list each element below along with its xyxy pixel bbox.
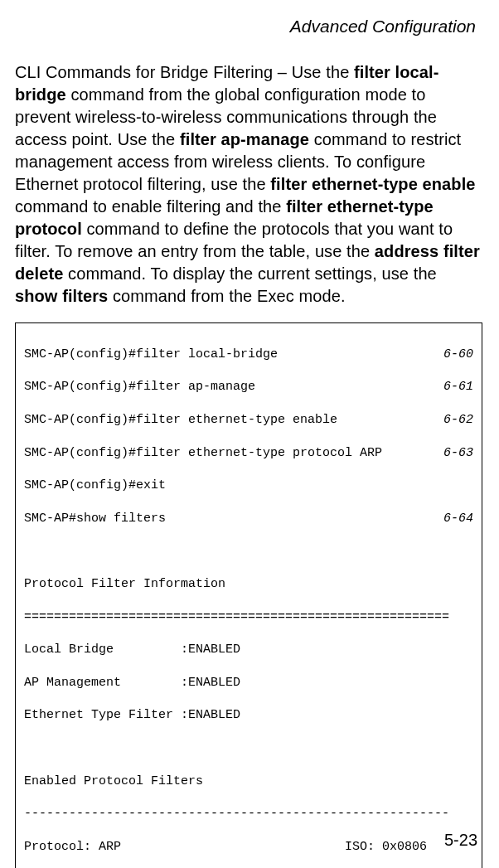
para-t7: command from the Exec mode. [108,287,345,305]
page-number: 5-23 [444,831,477,850]
para-t4: command to enable filtering and the [15,197,286,216]
cli-line: AP Management :ENABLED [24,675,473,691]
cli-blank [24,740,473,757]
cli-line: Enabled Protocol Filters [24,773,473,790]
cli-line: Local Bridge :ENABLED [24,642,473,658]
cli-ref: 6-64 [443,511,473,527]
para-b3: filter ethernet-type enable [270,175,475,193]
para-t1: CLI Commands for Bridge Filtering – Use … [15,63,354,81]
cli-cmd: SMC-AP#show filters [24,511,166,527]
page-header: Advanced Configuration [15,17,476,36]
cli-line: Ethernet Type Filter :ENABLED [24,707,473,724]
para-t6: command. To display the current settings… [63,264,436,283]
cli-ref: 6-62 [443,412,473,429]
cli-line: SMC-AP(config)#filter ethernet-type prot… [24,445,473,462]
cli-cmd: SMC-AP(config)#filter ethernet-type prot… [24,445,382,462]
cli-cmd: SMC-AP(config)#filter ap-manage [24,379,255,395]
header-title: Advanced Configuration [290,17,476,36]
cli-line: ========================================… [24,609,473,626]
cli-output-box: SMC-AP(config)#filter local-bridge6-60 S… [15,322,482,868]
cli-line: SMC-AP#show filters6-64 [24,511,473,527]
cli-cmd: SMC-AP(config)#filter ethernet-type enab… [24,412,337,429]
cli-ref: 6-60 [443,347,473,363]
cli-ref: 6-61 [443,379,473,395]
cli-blank [24,543,473,560]
cli-line: SMC-AP(config)#filter local-bridge6-60 [24,347,473,363]
cli-cmd: SMC-AP(config)#filter local-bridge [24,347,278,363]
para-b6: show filters [15,287,108,305]
cli-line: Protocol: ARP ISO: 0x0806 [24,839,473,856]
cli-ref: 6-63 [443,445,473,462]
body-paragraph: CLI Commands for Bridge Filtering – Use … [15,61,482,308]
cli-line: Protocol Filter Information [24,576,473,593]
cli-line: ----------------------------------------… [24,806,473,822]
cli-line: SMC-AP(config)#filter ap-manage6-61 [24,379,473,395]
cli-line: SMC-AP(config)#exit [24,478,473,494]
cli-line: SMC-AP(config)#filter ethernet-type enab… [24,412,473,429]
para-b2: filter ap-manage [180,130,309,148]
